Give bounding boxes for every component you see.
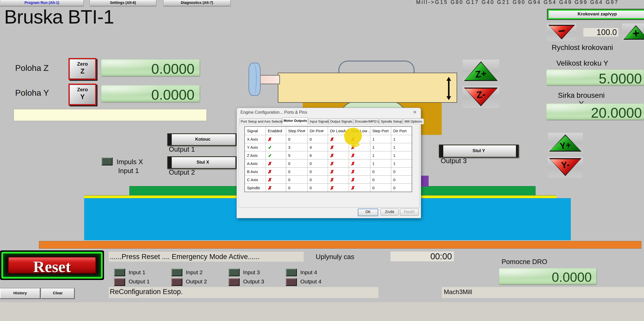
table-row[interactable]: A Axis ✗ 00 ✗ ✗ 11 (245, 159, 412, 168)
zero-z-line2: Z (70, 67, 95, 75)
motor-outputs-table: SignalEnabled Step Pin#Dir Pin# Dir LowA… (244, 126, 412, 192)
output1-io-label: Output 1 (129, 278, 150, 285)
enabled-mark[interactable]: ✗ (268, 186, 272, 190)
table-row[interactable]: X Axis ✗ 00 ✗ ✗ 11 (245, 135, 412, 143)
dro-velikost-kroku[interactable]: 5.0000 (546, 70, 644, 85)
tab-input-signals[interactable]: Input Signals (308, 118, 328, 124)
pomocne-dro-label: Pomocne DRO (502, 258, 547, 266)
tab-output-signals[interactable]: Output Signals (329, 118, 353, 124)
mdi-input[interactable] (14, 109, 207, 121)
enabled-mark[interactable]: ✗ (268, 170, 272, 174)
jog-speed-plus-button[interactable]: + (622, 24, 644, 41)
table-row[interactable]: Z Axis ✓ 56 ✗ ✗ 11 (245, 151, 412, 159)
reset-label: Reset (33, 258, 71, 276)
jog-y-minus-button[interactable]: Y- (548, 157, 583, 178)
cancel-button[interactable]: Zrušit (381, 209, 399, 216)
enabled-mark[interactable]: ✓ (268, 153, 272, 158)
enabled-mark[interactable]: ✗ (268, 178, 272, 182)
input2-label: Input 2 (186, 268, 203, 276)
output3-label: Output 3 (441, 157, 467, 165)
dro-sirka-brouseni[interactable]: 20.0000 (546, 104, 644, 120)
dro-z-readout[interactable]: 0.0000 (101, 59, 200, 76)
input1-label: Input 1 (129, 268, 145, 276)
mach3-screen: Program Run (Alt-1) Settings (Alt-6) Dia… (0, 0, 644, 321)
table-row[interactable]: Spindle ✗ 00 ✗ ✗ 00 (245, 184, 412, 192)
jog-z-minus-button[interactable]: Z- (463, 86, 499, 108)
step-low-mark[interactable]: ✗ (351, 162, 355, 166)
minus-icon: − (548, 22, 576, 39)
history-button[interactable]: History (0, 288, 40, 299)
ok-button[interactable]: OK (358, 209, 378, 216)
stul-y-button[interactable]: Stul Y (439, 145, 519, 158)
input1-mid-label: Input 1 (118, 167, 139, 175)
input3-led (228, 268, 240, 276)
dir-low-mark[interactable]: ✗ (330, 186, 334, 190)
zero-y-line1: Zero (70, 87, 95, 93)
jog-speed-minus-button[interactable]: − (547, 24, 576, 41)
output3-led (228, 278, 240, 286)
tab-diagnostics[interactable]: Diagnostics (Alt-7) (163, 0, 231, 6)
tab-motor-outputs[interactable]: Motor Outputs (282, 117, 308, 124)
stul-x-button[interactable]: Stul X (167, 156, 238, 169)
dir-low-mark[interactable]: ✗ (330, 162, 334, 166)
gcode-modes-line: Mill->G15 G80 G17 G40 G21 G90 G94 G54 G4… (416, 0, 619, 5)
dialog-title: Engine Configuration... Ports & Pins (240, 110, 307, 115)
close-icon[interactable]: ✕ (413, 110, 417, 115)
output1-label: Output 1 (169, 145, 195, 153)
table-row[interactable]: Y Axis ✓ 34 ✗ ✗ 11 (245, 143, 412, 151)
tab-port-setup[interactable]: Port Setup and Axis Selection (239, 118, 282, 124)
footer-area (0, 302, 644, 321)
z-travel-arrow-line (448, 80, 450, 97)
kotouc-button[interactable]: Kotouc (167, 133, 238, 146)
bed-orange-base (39, 241, 641, 249)
output2-io-label: Output 2 (186, 278, 207, 285)
tab-settings[interactable]: Settings (Alt-6) (90, 0, 156, 6)
dro-pomocne[interactable]: 0.0000 (499, 268, 596, 284)
io-column (286, 268, 297, 286)
dir-low-mark[interactable]: ✗ (330, 137, 334, 141)
jog-z-plus-button[interactable]: Z+ (463, 60, 499, 82)
enabled-mark[interactable]: ✓ (268, 145, 272, 150)
poloha-z-label: Poloha Z (15, 63, 49, 73)
step-low-mark[interactable]: ✗ (351, 178, 355, 182)
apply-button[interactable]: Použít (400, 209, 419, 216)
status-message-bar: ......Press Reset .... Emergency Mode Ac… (109, 252, 304, 262)
krokovani-toggle-button[interactable]: Krokovani zap/vyp (547, 9, 644, 20)
input4-label: Input 4 (300, 268, 317, 276)
output3-io-label: Output 3 (243, 278, 264, 285)
rychlost-label: Rychlost krokovani (551, 43, 614, 52)
dir-low-mark[interactable]: ✗ (330, 170, 334, 174)
dro-y-readout[interactable]: 0.0000 (101, 85, 200, 102)
jog-speed-value[interactable]: 100.0 (583, 28, 618, 37)
zero-y-button[interactable]: Zero Y (68, 84, 96, 105)
table-row[interactable]: C Axis ✗ 00 ✗ ✗ 00 (245, 176, 412, 184)
io-column (228, 268, 240, 286)
jog-y-plus-button[interactable]: Y+ (548, 133, 583, 153)
enabled-mark[interactable]: ✗ (268, 137, 272, 141)
spindle-shaft-graphic (258, 75, 280, 84)
tab-encoder-mpg[interactable]: Encoder/MPG's (354, 118, 379, 124)
dir-low-mark[interactable]: ✗ (330, 153, 334, 158)
z-travel-arrow-down (446, 96, 451, 100)
zero-z-button[interactable]: Zero Z (68, 58, 96, 80)
plus-icon: + (623, 25, 644, 42)
input3-label: Input 3 (243, 268, 260, 276)
input1-led (114, 268, 125, 276)
dir-low-mark[interactable]: ✗ (330, 145, 334, 150)
velikost-label: Velikost kroku Y (556, 59, 608, 67)
table-row[interactable]: B Axis ✗ 00 ✗ ✗ 00 (245, 168, 412, 176)
output2-led (171, 278, 182, 286)
clear-button[interactable]: Clear (41, 288, 74, 299)
zero-y-line2: Y (70, 93, 95, 101)
step-low-mark[interactable]: ✗ (351, 170, 355, 174)
tab-spindle-setup[interactable]: Spindle Setup (380, 118, 402, 124)
input4-led (286, 268, 297, 276)
step-low-mark[interactable]: ✗ (351, 186, 355, 190)
enabled-mark[interactable]: ✗ (268, 162, 272, 166)
step-low-mark[interactable]: ✗ (351, 153, 355, 158)
dir-low-mark[interactable]: ✗ (330, 178, 334, 182)
reset-button[interactable]: Reset (0, 250, 104, 280)
tab-program-run[interactable]: Program Run (Alt-1) (0, 0, 84, 6)
impuls-x-label: Impuls X (117, 158, 143, 166)
tab-mill-options[interactable]: Mill Options (403, 118, 424, 124)
